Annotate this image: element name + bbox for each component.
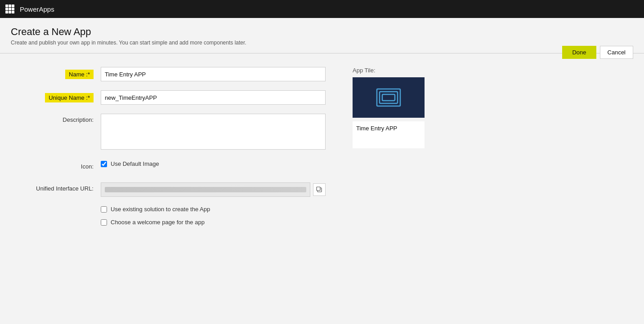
form-area: Name :* Unique Name :* Description: (11, 67, 326, 241)
page-heading: Create a New App (11, 26, 633, 38)
description-row: Description: (11, 114, 326, 151)
name-label-col: Name :* (11, 67, 101, 79)
welcome-page-checkbox-row: Choose a welcome page for the app (101, 219, 326, 226)
name-label: Name :* (65, 70, 94, 79)
name-input-col (101, 67, 326, 81)
svg-rect-1 (317, 187, 320, 191)
url-input-wrapper (101, 182, 310, 197)
unique-name-label-col: Unique Name :* (11, 90, 101, 102)
unique-name-input-col (101, 90, 326, 105)
url-blurred-display (101, 182, 310, 197)
copy-url-button[interactable] (313, 183, 326, 196)
description-label: Description: (63, 116, 94, 123)
description-input-col (101, 114, 326, 151)
icon-label-col: Icon: (11, 160, 101, 170)
url-blur-bar (105, 187, 306, 192)
description-label-col: Description: (11, 114, 101, 123)
name-row: Name :* (11, 67, 326, 81)
url-label-col: Unified Interface URL: (11, 182, 101, 192)
copy-icon (316, 186, 322, 193)
app-tile-image (353, 77, 425, 118)
unique-name-input[interactable] (101, 90, 326, 105)
name-input[interactable] (101, 67, 326, 81)
url-row: Unified Interface URL: (11, 182, 326, 197)
app-title: PowerApps (20, 5, 54, 13)
icon-input-col: Use Default Image (101, 160, 326, 173)
app-tile-section-label: App Tile: (353, 67, 443, 74)
url-input-col (101, 182, 326, 197)
waffle-menu[interactable] (5, 4, 14, 13)
welcome-page-checkbox[interactable] (101, 219, 107, 226)
solution-checkbox-col: Use existing solution to create the App … (101, 206, 326, 232)
topnav: PowerApps (0, 0, 644, 18)
app-tile-icon (375, 86, 402, 109)
app-tile-panel: App Tile: Time Entry APP (353, 67, 443, 241)
url-label: Unified Interface URL: (36, 185, 94, 192)
page-subtitle: Create and publish your own app in minut… (11, 40, 633, 46)
done-button[interactable]: Done (562, 46, 596, 59)
main-content: Name :* Unique Name :* Description: (0, 53, 644, 254)
icon-row: Icon: Use Default Image (11, 160, 326, 173)
url-row-inner (101, 182, 326, 197)
solution-checkbox-row: Use existing solution to create the App (101, 206, 326, 213)
page-header: Create a New App Create and publish your… (0, 18, 644, 46)
svg-rect-4 (382, 94, 395, 101)
cancel-button[interactable]: Cancel (600, 46, 633, 59)
header-actions: Done Cancel (562, 46, 633, 59)
description-textarea[interactable] (101, 114, 326, 150)
unique-name-row: Unique Name :* (11, 90, 326, 105)
app-tile-name: Time Entry APP (353, 121, 425, 148)
use-solution-label[interactable]: Use existing solution to create the App (111, 206, 210, 213)
default-image-checkbox[interactable] (101, 161, 107, 167)
solution-row: Use existing solution to create the App … (101, 206, 326, 232)
default-image-label[interactable]: Use Default Image (111, 160, 159, 167)
welcome-page-label[interactable]: Choose a welcome page for the app (111, 219, 205, 226)
use-solution-checkbox[interactable] (101, 206, 107, 213)
icon-checkbox-row: Use Default Image (101, 160, 326, 167)
icon-label: Icon: (81, 163, 94, 170)
unique-name-label: Unique Name :* (45, 93, 94, 102)
